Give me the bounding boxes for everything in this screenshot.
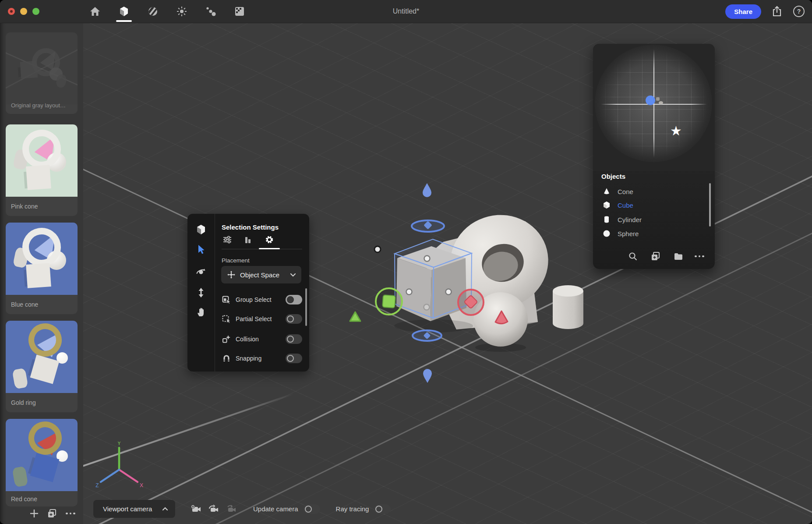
viewport-camera-selector[interactable]: Viewport camera [93, 500, 175, 518]
object-label: Cylinder [618, 216, 642, 223]
green-triangle-gizmo[interactable] [350, 312, 360, 321]
panel-scrollbar[interactable] [305, 288, 307, 326]
home-icon[interactable] [88, 0, 102, 23]
cylinder-object[interactable] [553, 285, 583, 329]
group-select-toggle[interactable] [286, 295, 302, 304]
model-mode-icon[interactable] [196, 224, 206, 235]
viewport-camera-label: Viewport camera [103, 505, 152, 513]
axis-z-label: Z [95, 482, 99, 489]
title-bar: Untitled* Share [0, 0, 812, 23]
group-select-label: Group Select [236, 296, 281, 303]
scene-card-blue-cone[interactable]: Blue cone [6, 223, 78, 314]
scene-minimap[interactable]: ★ [593, 44, 715, 171]
tab-adjustments-icon[interactable] [222, 234, 233, 245]
tab-settings-gear-icon[interactable] [264, 234, 275, 245]
objects-scrollbar[interactable] [709, 183, 711, 227]
object-row-sphere[interactable]: Sphere [598, 227, 707, 240]
scene-thumbnail [6, 32, 78, 105]
orbit-tool-icon[interactable] [196, 267, 206, 278]
axis-gizmo: Y X Z [94, 442, 147, 491]
light-mode-icon[interactable] [174, 0, 189, 23]
move-up-arrow-gizmo[interactable] [423, 183, 431, 197]
scene-thumbnail [6, 419, 78, 491]
placement-dropdown[interactable]: Object Space [221, 266, 301, 283]
rotate-camera-button[interactable] [207, 503, 220, 515]
group-select-row: Group Select [222, 294, 302, 305]
scene-thumbnail [6, 223, 78, 295]
chevron-up-icon [162, 507, 168, 511]
window-controls [8, 8, 39, 15]
material-mode-icon[interactable] [145, 0, 160, 23]
add-camera-button[interactable] [189, 503, 202, 515]
active-tab-underline [259, 248, 280, 249]
add-group-icon[interactable] [649, 250, 662, 263]
snapping-label: Snapping [236, 355, 281, 362]
more-options-icon[interactable] [693, 250, 706, 263]
collision-toggle[interactable] [286, 334, 302, 344]
ray-tracing-toggle[interactable] [374, 504, 391, 514]
snapping-magnet-icon [222, 354, 231, 363]
effects-mode-icon[interactable] [203, 0, 218, 23]
scene-thumbnail [6, 124, 78, 197]
scale-red-gizmo[interactable] [458, 290, 484, 315]
pan-hand-tool-icon[interactable] [196, 307, 206, 317]
duplicate-scene-icon[interactable] [46, 507, 58, 520]
move-down-arrow-gizmo[interactable] [423, 369, 432, 383]
panel-title: Selection Settings [222, 223, 279, 231]
minimap-crosshair-horizontal [601, 104, 707, 105]
minimap-camera-dot[interactable] [646, 96, 655, 105]
object-row-cube[interactable]: Cube [598, 198, 707, 212]
minimize-button[interactable] [20, 8, 27, 15]
update-camera-label: Update camera [253, 505, 298, 513]
elevate-tool-icon[interactable] [196, 287, 206, 298]
tool-rail [187, 214, 215, 372]
object-row-cone[interactable]: Cone [598, 185, 707, 198]
minimap-object-marker [656, 97, 660, 101]
scenes-sidebar: Original gray layout… Pink cone Blue con… [0, 23, 83, 524]
ray-tracing-label: Ray tracing [336, 505, 369, 513]
snapping-toggle[interactable] [286, 354, 302, 363]
sphere-icon [602, 229, 611, 238]
partial-select-toggle[interactable] [286, 314, 302, 324]
search-icon[interactable] [626, 250, 639, 263]
camera-bar: Viewport camera Update camera Ray tracin… [93, 500, 391, 518]
add-scene-icon[interactable] [28, 507, 40, 520]
scene-card-label: Red cone [6, 491, 78, 506]
rotate-ring-bottom-gizmo[interactable] [413, 330, 441, 341]
scene-card-label: Blue cone [6, 295, 78, 314]
share-label: Share [734, 8, 752, 15]
folder-icon[interactable] [672, 250, 685, 263]
update-camera-toggle[interactable] [304, 504, 320, 514]
object-row-cylinder[interactable]: Cylinder [598, 213, 707, 226]
render-mode-icon[interactable] [232, 0, 247, 23]
scene-card-gold-ring[interactable]: Gold ring [6, 321, 78, 412]
scene-card-red-cone[interactable]: Red cone [6, 419, 78, 506]
model-mode-icon[interactable] [117, 0, 131, 23]
select-tool-icon[interactable] [196, 244, 206, 255]
star-icon[interactable]: ★ [670, 124, 682, 138]
export-camera-button[interactable] [224, 503, 237, 515]
axis-x-label: X [140, 482, 143, 489]
partial-select-row: Partial Select [222, 313, 302, 325]
scale-green-gizmo[interactable] [376, 288, 402, 315]
title-bar-actions: Share ? [725, 0, 805, 23]
more-scenes-icon[interactable] [64, 507, 77, 520]
scene-card-pink-cone[interactable]: Pink cone [6, 124, 78, 216]
help-glyph: ? [793, 6, 805, 17]
vertex-handle-dark[interactable] [374, 246, 381, 252]
objects-panel-title: Objects [601, 173, 625, 180]
zoom-button[interactable] [32, 8, 39, 15]
collision-row: Collision [222, 333, 302, 345]
objects-panel: ★ Objects Cone Cube Cylinder Sphere [593, 44, 715, 269]
scene-card-original[interactable]: Original gray layout… [6, 32, 78, 114]
app-window: Y X Z Viewport camera Update camera Ray … [0, 0, 812, 524]
export-icon[interactable] [771, 5, 783, 18]
axis-y-label: Y [117, 442, 121, 446]
close-button[interactable] [8, 8, 15, 15]
rotate-ring-top-gizmo[interactable] [412, 220, 444, 232]
snapping-row: Snapping [222, 353, 302, 364]
tab-stats-icon[interactable] [243, 234, 254, 245]
share-button[interactable]: Share [725, 4, 761, 19]
help-icon[interactable]: ? [793, 5, 805, 18]
scene-card-label: Pink cone [6, 197, 78, 216]
